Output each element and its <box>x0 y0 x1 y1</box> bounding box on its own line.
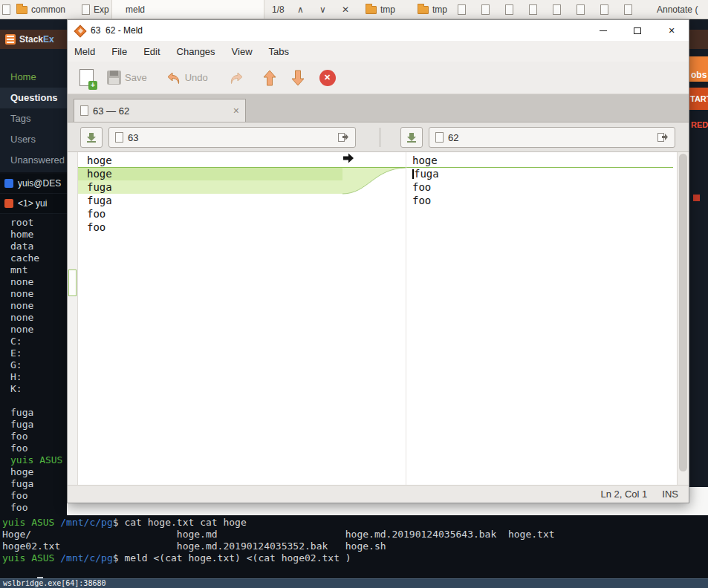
right-scrollbar[interactable] <box>677 152 689 485</box>
window-close-button[interactable]: ✕ <box>655 20 689 41</box>
save-down-icon <box>406 132 417 143</box>
se-nav: HomeQuestionsTagsUsersUnanswered <box>0 67 67 171</box>
left-terminal-lines[interactable]: roothomedatacachemntnonenonenonenonenone… <box>0 217 67 514</box>
background-right-column: obs TART RED <box>689 19 708 487</box>
diff-line: foo <box>78 220 342 234</box>
arrow-up-icon <box>263 70 276 86</box>
jobs-text: obs <box>691 70 707 80</box>
logo-stack: Stack <box>19 34 43 45</box>
sidebar-item-tags[interactable]: Tags <box>0 108 67 129</box>
prev-change-button[interactable] <box>263 70 276 86</box>
document-tab-icon[interactable] <box>529 4 537 15</box>
comparison-tab[interactable]: 63 — 62 × <box>74 99 246 122</box>
document-tab-icon[interactable] <box>624 4 632 15</box>
document-tab-icon[interactable] <box>481 4 490 15</box>
next-change-button[interactable] <box>291 70 305 86</box>
tab-meld[interactable]: meld <box>111 0 264 19</box>
terminal-icon <box>4 179 13 188</box>
document-tab-icon[interactable] <box>553 4 561 15</box>
diff-line: fuga <box>406 167 673 180</box>
scrollbar-thumb[interactable] <box>679 154 687 471</box>
terminal-cursor-line <box>2 564 708 576</box>
red-dot-icon <box>693 195 700 201</box>
mini-doc-icon-group <box>2 0 10 19</box>
stackexchange-logo-icon <box>5 34 16 45</box>
taskbar-label: wslbridge.exe[64]:38680 <box>3 579 105 587</box>
terminal-tabs: yuis@DES <1> yui <box>0 174 67 214</box>
undo-icon <box>166 71 181 85</box>
red-text: RED <box>691 120 708 129</box>
left-overview-bar[interactable] <box>68 152 78 485</box>
text-cursor <box>412 169 414 179</box>
undo-button[interactable]: Undo <box>166 71 208 85</box>
terminal-tab-2[interactable]: <1> yui <box>0 194 67 214</box>
redo-button[interactable] <box>229 71 244 85</box>
tab-close-icon[interactable]: × <box>233 105 239 117</box>
stop-button[interactable]: ✕ <box>319 70 336 86</box>
meld-statusbar: Ln 2, Col 1 INS <box>68 485 689 503</box>
terminal-line: none <box>10 276 67 288</box>
meld-app-icon <box>74 25 85 36</box>
terminal-line: root <box>10 217 67 229</box>
sidebar-item-unanswered[interactable]: Unanswered <box>0 150 67 171</box>
save-right-button[interactable] <box>400 127 423 148</box>
diff-line: hoge <box>406 154 673 167</box>
terminal-line: foo <box>10 502 67 514</box>
terminal-tab-1[interactable]: yuis@DES <box>0 174 67 194</box>
menu-meld[interactable]: Meld <box>74 46 95 57</box>
document-tab-icon[interactable] <box>505 4 513 15</box>
diff-line: fuga <box>78 194 342 207</box>
terminal-line: none <box>10 288 67 300</box>
diff-pane-left[interactable]: hogehogefugafugafoofoo <box>78 152 342 485</box>
save-button[interactable]: Save <box>107 71 147 85</box>
se-topbar-fragment <box>689 30 708 49</box>
stackexchange-panel: StackEx HomeQuestionsTagsUsersUnanswered <box>0 19 67 172</box>
terminal-line: none <box>10 312 67 324</box>
diff-line: foo <box>406 180 673 194</box>
left-file-label: 63 <box>128 132 138 143</box>
close-icon: ✕ <box>668 26 675 36</box>
meld-titlebar[interactable]: 63 62 - Meld ✕ <box>68 20 689 41</box>
document-tab-icon[interactable] <box>458 4 466 15</box>
tab-tmp-2[interactable]: tmp <box>418 0 447 19</box>
tab-tmp-1[interactable]: tmp <box>366 0 395 19</box>
document-tab-icon[interactable] <box>577 4 585 15</box>
tab-exp[interactable]: Exp <box>82 0 109 19</box>
menu-tabs[interactable]: Tabs <box>269 46 289 57</box>
terminal-line: foo <box>10 431 67 442</box>
document-tab-icon[interactable] <box>600 4 608 15</box>
left-file-button[interactable]: 63 <box>108 127 356 148</box>
diff-pane-right[interactable]: hogefugafoofoo <box>406 152 673 485</box>
featured-fragment: RED <box>689 120 708 129</box>
nav-down-button[interactable]: ∨ <box>319 0 326 19</box>
tab-common[interactable]: common <box>16 0 65 19</box>
maximize-button[interactable] <box>620 20 655 41</box>
menu-file[interactable]: File <box>111 46 127 57</box>
tab-common-label: common <box>31 4 65 15</box>
sidebar-item-home[interactable]: Home <box>0 67 67 88</box>
new-comparison-button[interactable] <box>68 69 94 86</box>
minimize-button[interactable] <box>586 20 620 41</box>
menu-edit[interactable]: Edit <box>143 46 160 57</box>
stop-icon: ✕ <box>319 70 336 86</box>
terminal-output: yuis ASUS /mnt/c/pg$ cat hoge.txt cat ho… <box>2 517 708 564</box>
document-icon <box>82 4 90 15</box>
undo-label: Undo <box>185 72 208 83</box>
document-icon <box>435 132 444 143</box>
sidebar-item-questions[interactable]: Questions <box>0 88 67 108</box>
sidebar-item-users[interactable]: Users <box>0 129 67 150</box>
terminal-line: fuga <box>10 407 67 419</box>
nav-up-button[interactable]: ∧ <box>297 0 304 19</box>
bottom-terminal[interactable]: yuis ASUS /mnt/c/pg$ cat hoge.txt cat ho… <box>0 515 708 578</box>
push-change-right-arrow[interactable] <box>342 152 354 164</box>
taskbar: wslbridge.exe[64]:38680 <box>0 578 708 588</box>
strip-close-button[interactable]: ✕ <box>342 0 349 19</box>
terminal-line: yuis ASUS <box>10 454 67 466</box>
save-left-button[interactable] <box>80 127 103 148</box>
pane-divider <box>380 128 380 147</box>
menu-changes[interactable]: Changes <box>177 46 215 57</box>
right-file-button[interactable]: 62 <box>429 127 675 148</box>
diff-line: fuga <box>78 180 342 194</box>
terminal-line: mnt <box>10 264 67 276</box>
menu-view[interactable]: View <box>232 46 253 57</box>
